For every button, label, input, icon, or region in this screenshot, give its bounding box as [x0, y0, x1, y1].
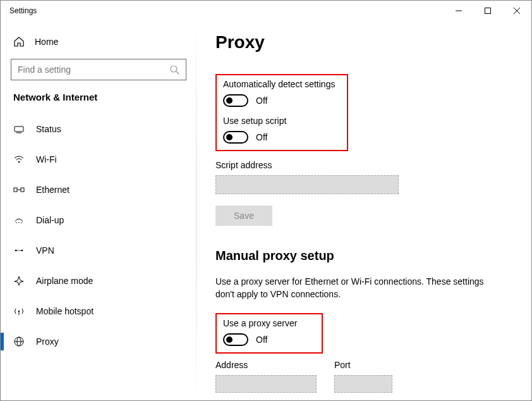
- vpn-icon: [13, 245, 25, 256]
- home-nav[interactable]: Home: [1, 30, 196, 54]
- ethernet-icon: [13, 184, 25, 195]
- use-proxy-state: Off: [256, 335, 267, 345]
- auto-detect-state: Off: [256, 96, 267, 106]
- sidebar-item-status[interactable]: Status: [1, 114, 196, 144]
- wifi-icon: [13, 154, 25, 165]
- dialup-icon: [13, 214, 25, 226]
- svg-point-18: [18, 311, 20, 312]
- save-button[interactable]: Save: [215, 206, 272, 226]
- sidebar-item-label: Status: [36, 124, 61, 134]
- sidebar-item-label: Mobile hotspot: [36, 306, 94, 316]
- script-address-input[interactable]: [215, 175, 399, 194]
- save-button-label: Save: [234, 211, 254, 221]
- svg-rect-6: [15, 126, 23, 132]
- svg-rect-9: [14, 188, 17, 192]
- setup-script-state: Off: [256, 132, 267, 142]
- sidebar-item-label: Dial-up: [36, 215, 64, 225]
- maximize-button[interactable]: [473, 1, 502, 21]
- sidebar-item-hotspot[interactable]: Mobile hotspot: [1, 296, 196, 326]
- category-header: Network & Internet: [1, 92, 196, 114]
- home-label: Home: [35, 37, 58, 47]
- proxy-icon: [13, 336, 25, 347]
- use-proxy-highlight: Use a proxy server Off: [215, 313, 323, 354]
- port-input[interactable]: [334, 375, 392, 393]
- window-controls: [444, 1, 531, 21]
- sidebar: Home Network & Internet Status Wi-Fi: [1, 21, 196, 400]
- svg-point-12: [16, 222, 17, 223]
- hotspot-icon: [13, 305, 25, 317]
- page-title: Proxy: [215, 32, 512, 52]
- search-input[interactable]: [18, 65, 169, 75]
- close-button[interactable]: [502, 1, 531, 21]
- address-label: Address: [215, 360, 317, 370]
- svg-line-5: [176, 71, 179, 74]
- sidebar-item-airplane[interactable]: Airplane mode: [1, 266, 196, 296]
- svg-point-8: [18, 161, 20, 163]
- sidebar-item-label: Airplane mode: [36, 276, 93, 286]
- manual-section-title: Manual proxy setup: [215, 249, 512, 263]
- svg-point-4: [171, 66, 177, 72]
- setup-script-label: Use setup script: [223, 116, 341, 126]
- sidebar-item-label: VPN: [36, 245, 54, 256]
- status-icon: [13, 123, 25, 135]
- sidebar-item-ethernet[interactable]: Ethernet: [1, 175, 196, 205]
- address-input[interactable]: [215, 375, 317, 393]
- svg-point-13: [18, 222, 20, 223]
- auto-proxy-highlight: Automatically detect settings Off Use se…: [215, 74, 348, 151]
- auto-detect-label: Automatically detect settings: [223, 79, 341, 89]
- use-proxy-toggle[interactable]: [223, 333, 248, 346]
- sidebar-item-label: Wi-Fi: [36, 154, 57, 164]
- port-label: Port: [334, 360, 392, 370]
- script-address-label: Script address: [215, 160, 512, 170]
- svg-rect-1: [485, 8, 491, 14]
- manual-desc: Use a proxy server for Ethernet or Wi-Fi…: [215, 276, 493, 300]
- setup-script-toggle[interactable]: [223, 131, 248, 144]
- home-icon: [13, 36, 25, 47]
- use-proxy-label: Use a proxy server: [223, 318, 315, 328]
- airplane-icon: [13, 275, 25, 287]
- sidebar-item-label: Proxy: [36, 336, 59, 347]
- svg-point-14: [21, 222, 22, 223]
- sidebar-item-vpn[interactable]: VPN: [1, 235, 196, 266]
- svg-point-16: [21, 250, 23, 252]
- sidebar-item-proxy[interactable]: Proxy: [1, 326, 196, 357]
- auto-detect-toggle[interactable]: [223, 94, 248, 107]
- sidebar-item-label: Ethernet: [36, 185, 70, 195]
- search-icon: [169, 65, 179, 75]
- svg-rect-10: [21, 188, 24, 192]
- svg-point-15: [15, 250, 17, 252]
- sidebar-item-dialup[interactable]: Dial-up: [1, 205, 196, 235]
- sidebar-item-wifi[interactable]: Wi-Fi: [1, 144, 196, 175]
- titlebar: Settings: [1, 1, 531, 21]
- main-content: Proxy Automatically detect settings Off …: [196, 21, 531, 400]
- window-title: Settings: [9, 6, 37, 15]
- minimize-button[interactable]: [444, 1, 473, 21]
- search-box[interactable]: [11, 59, 186, 80]
